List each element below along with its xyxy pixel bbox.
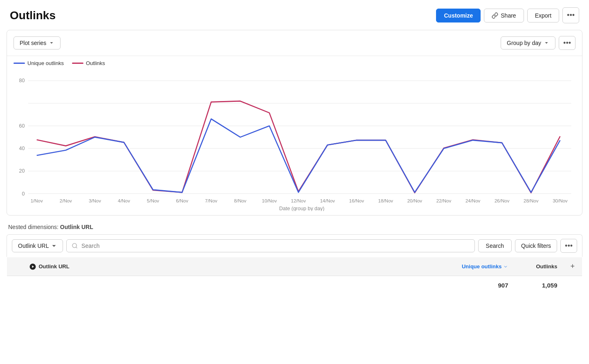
- legend-line-unique: [13, 63, 25, 64]
- search-input[interactable]: [81, 243, 470, 249]
- totals-checkbox-cell: [7, 276, 23, 295]
- chart-toolbar-right: Group by day •••: [501, 36, 576, 50]
- share-button[interactable]: Share: [484, 9, 524, 22]
- customize-button[interactable]: Customize: [436, 9, 481, 22]
- unique-outlinks-line: [37, 119, 560, 193]
- th-add: +: [563, 257, 582, 276]
- svg-text:28/Nov: 28/Nov: [524, 198, 539, 203]
- quick-filters-button[interactable]: Quick filters: [515, 239, 557, 252]
- legend-line-outlinks: [72, 63, 83, 64]
- plot-series-label: Plot series: [20, 40, 46, 46]
- unique-outlinks-sort[interactable]: Unique outlinks: [450, 263, 508, 270]
- chevron-down-icon-3: [51, 243, 57, 249]
- legend-unique-outlinks: Unique outlinks: [13, 60, 64, 66]
- dimensions-value: Outlink URL: [60, 224, 93, 230]
- link-icon: [492, 12, 498, 19]
- outlink-url-label: Outlink URL: [18, 243, 49, 249]
- svg-text:8/Nov: 8/Nov: [234, 198, 246, 203]
- chevron-down-icon-2: [544, 40, 549, 46]
- svg-text:2/Nov: 2/Nov: [60, 198, 72, 203]
- totals-outlinks: 1,059: [514, 276, 563, 295]
- sort-icon: [503, 264, 508, 269]
- svg-text:20: 20: [19, 168, 25, 174]
- header-actions: Customize Share Export •••: [436, 7, 579, 23]
- chevron-down-icon: [49, 40, 54, 46]
- svg-text:24/Nov: 24/Nov: [465, 198, 481, 203]
- legend-label-outlinks: Outlinks: [86, 60, 105, 66]
- th-unique-outlinks: Unique outlinks: [444, 257, 514, 276]
- search-icon: [72, 243, 78, 249]
- svg-text:20/Nov: 20/Nov: [407, 198, 423, 203]
- svg-text:5/Nov: 5/Nov: [147, 198, 159, 203]
- svg-text:7/Nov: 7/Nov: [205, 198, 217, 203]
- chart-toolbar: Plot series Group by day •••: [7, 30, 582, 56]
- svg-text:14/Nov: 14/Nov: [320, 198, 335, 203]
- chart-section: Plot series Group by day ••• Unique outl…: [7, 30, 582, 216]
- table-totals-row: 907 1,059: [7, 276, 582, 295]
- dimensions-label: Nested dimensions: Outlink URL: [7, 224, 582, 230]
- legend-label-unique: Unique outlinks: [27, 60, 64, 66]
- svg-text:12/Nov: 12/Nov: [291, 198, 306, 203]
- dimensions-section: Nested dimensions: Outlink URL Outlink U…: [0, 224, 589, 295]
- svg-text:Date (group by day): Date (group by day): [279, 206, 325, 211]
- table-header-row: Outlink URL Unique outlinks Outlinks +: [7, 257, 582, 276]
- outlink-url-dropdown[interactable]: Outlink URL: [12, 239, 63, 252]
- svg-text:4/Nov: 4/Nov: [118, 198, 130, 203]
- data-table: Outlink URL Unique outlinks Outlinks +: [7, 257, 582, 295]
- outlinks-line: [37, 101, 560, 193]
- th-outlinks: Outlinks: [514, 257, 563, 276]
- svg-text:18/Nov: 18/Nov: [378, 198, 393, 203]
- group-by-label: Group by day: [507, 40, 541, 46]
- group-by-dropdown[interactable]: Group by day: [501, 36, 555, 49]
- svg-text:3/Nov: 3/Nov: [89, 198, 101, 203]
- search-button[interactable]: Search: [478, 239, 512, 252]
- th-unique-outlinks-label: Unique outlinks: [462, 263, 502, 270]
- chart-more-button[interactable]: •••: [559, 36, 576, 50]
- svg-line-32: [76, 247, 77, 248]
- svg-text:16/Nov: 16/Nov: [349, 198, 364, 203]
- chart-svg: 80 60 40 20 0 1/Nov 2/Nov 3/Nov 4/Nov 5/…: [11, 72, 576, 211]
- legend-outlinks: Outlinks: [72, 60, 105, 66]
- svg-text:26/Nov: 26/Nov: [495, 198, 510, 203]
- add-column-button[interactable]: +: [569, 262, 576, 271]
- totals-extra-cell: [563, 276, 582, 295]
- svg-text:40: 40: [19, 146, 25, 151]
- totals-unique-outlinks: 907: [444, 276, 514, 295]
- th-checkbox: [7, 257, 23, 276]
- th-outlink-url: Outlink URL: [23, 257, 445, 276]
- chart-legend: Unique outlinks Outlinks: [7, 56, 582, 68]
- svg-text:0: 0: [22, 191, 25, 197]
- svg-point-31: [72, 243, 76, 247]
- export-button[interactable]: Export: [527, 9, 559, 22]
- svg-text:80: 80: [19, 78, 25, 83]
- svg-text:6/Nov: 6/Nov: [176, 198, 188, 203]
- svg-text:10/Nov: 10/Nov: [262, 198, 277, 203]
- totals-url-cell: [23, 276, 445, 295]
- chart-toolbar-left: Plot series: [13, 36, 61, 49]
- svg-text:22/Nov: 22/Nov: [436, 198, 452, 203]
- th-outlink-url-label: Outlink URL: [39, 263, 70, 270]
- svg-text:60: 60: [19, 123, 25, 129]
- plot-series-dropdown[interactable]: Plot series: [13, 36, 61, 49]
- chart-area: 80 60 40 20 0 1/Nov 2/Nov 3/Nov 4/Nov 5/…: [7, 68, 582, 215]
- play-circle-icon: [29, 263, 36, 270]
- page-title: Outlinks: [10, 9, 56, 22]
- svg-text:1/Nov: 1/Nov: [31, 198, 43, 203]
- search-box: [66, 239, 474, 252]
- svg-text:30/Nov: 30/Nov: [553, 198, 568, 203]
- more-options-button[interactable]: •••: [562, 7, 579, 23]
- table-more-button[interactable]: •••: [560, 239, 577, 253]
- table-toolbar: Outlink URL Search Quick filters •••: [7, 234, 582, 257]
- share-label: Share: [501, 12, 516, 19]
